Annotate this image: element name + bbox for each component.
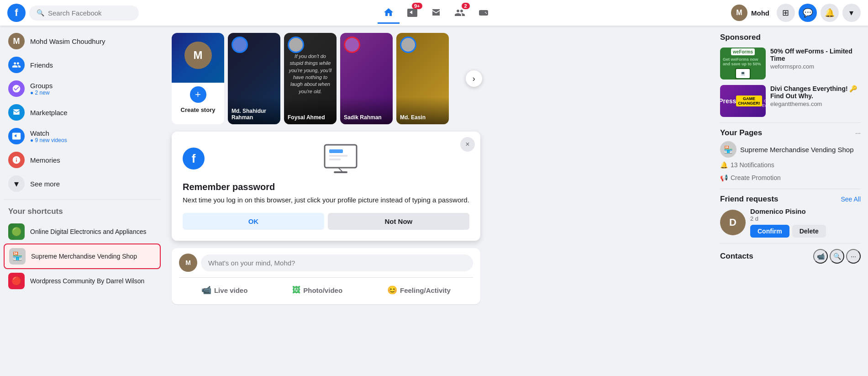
sidebar-memories-label: Memories: [30, 156, 60, 164]
create-promotion-action[interactable]: 📢 Create Promotion: [720, 172, 861, 183]
stories-next-button[interactable]: ›: [466, 70, 480, 87]
contacts-actions: 📹 🔍 ···: [813, 249, 861, 264]
your-pages-more-button[interactable]: ···: [855, 129, 861, 137]
create-story-card[interactable]: M + Create story: [172, 33, 224, 124]
ad-weforms-title: 50% Off weForms - Limited Time: [770, 48, 861, 62]
page-avatar: 🏪: [720, 141, 736, 158]
user-name: Mohd: [751, 9, 769, 17]
ad-divi-domain: elegantthemes.com: [770, 101, 861, 107]
contacts-search-button[interactable]: 🔍: [830, 249, 844, 264]
profile-avatar-icon: M: [8, 33, 25, 49]
ad-divi[interactable]: WordPress GAME CHANGER! Divi Changes Eve…: [720, 85, 861, 117]
topnav-center: 9+ 2: [378, 2, 494, 24]
nav-video-button[interactable]: 9+: [401, 2, 423, 24]
feeling-activity-button[interactable]: 😊 Feeling/Activity: [380, 281, 458, 299]
notifications-action[interactable]: 🔔 13 Notifications: [720, 159, 861, 170]
svg-rect-4: [329, 149, 343, 153]
friend-domenico-info: Domenico Pisino 2 d Confirm Delete: [750, 207, 861, 238]
story-easin[interactable]: Md. Easin: [396, 33, 449, 124]
shortcuts-title: Your shortcuts: [4, 203, 161, 220]
search-bar[interactable]: 🔍: [29, 5, 139, 21]
friend-requests-title: Friend requests See All: [720, 195, 861, 204]
sidebar-marketplace-label: Marketplace: [30, 109, 68, 117]
dialog-title: Remember password: [183, 182, 469, 192]
sidebar-item-marketplace[interactable]: Marketplace: [4, 101, 161, 124]
live-video-button[interactable]: 📹 Live video: [194, 281, 255, 299]
dialog-actions: OK Not Now: [183, 213, 469, 230]
sidebar-item-watch[interactable]: Watch ● 9 new videos: [4, 124, 161, 148]
user-profile-button[interactable]: M Mohd: [727, 3, 773, 23]
friend-action-btns: Confirm Delete: [750, 225, 861, 238]
stories-row: M + Create story Md. Shahidur Rahman: [172, 33, 480, 124]
page-name: Supreme Merchandise Vending Shop: [740, 146, 854, 154]
sidebar-item-groups[interactable]: Groups ● 2 new: [4, 77, 161, 101]
remember-password-dialog: × f Remember password Next time you log …: [172, 132, 480, 241]
delete-button[interactable]: Delete: [792, 225, 826, 238]
dialog-monitor-icon: [212, 143, 469, 175]
post-actions: 📹 Live video 🖼 Photo/video 😊 Feeling/Act…: [179, 277, 473, 299]
ad-weforms-info: 50% Off weForms - Limited Time weformspr…: [770, 48, 861, 79]
groups-icon: [8, 80, 25, 97]
see-all-button[interactable]: See All: [841, 196, 861, 203]
shortcut-online-digital[interactable]: 🟢 Online Digital Electronics and Applian…: [4, 220, 161, 244]
groups-sub: ● 2 new: [30, 90, 53, 96]
story-sadik[interactable]: Sadik Rahman: [340, 33, 393, 124]
facebook-logo[interactable]: f: [7, 4, 26, 22]
notifications-button[interactable]: 🔔: [821, 4, 839, 22]
search-input[interactable]: [48, 9, 132, 17]
photo-video-icon: 🖼: [292, 286, 300, 295]
confirm-button[interactable]: Confirm: [750, 225, 789, 238]
section-divider-3: [720, 243, 861, 244]
bell-icon: 🔔: [720, 161, 728, 169]
sidebar-item-friends[interactable]: Friends: [4, 53, 161, 77]
nav-groups-button[interactable]: 2: [449, 2, 471, 24]
close-icon: ×: [465, 140, 469, 148]
friend-name: Domenico Pisino: [750, 207, 861, 215]
shortcut-supreme[interactable]: 🏪 Supreme Merchandise Vending Shop: [4, 244, 161, 269]
not-now-button[interactable]: Not Now: [328, 213, 469, 230]
watch-info: Watch ● 9 new videos: [30, 129, 67, 143]
ad-weforms[interactable]: weForms Get weForms now and save up to 5…: [720, 48, 861, 79]
contacts-more-button[interactable]: ···: [846, 249, 861, 264]
contacts-video-button[interactable]: 📹: [813, 249, 828, 264]
dialog-header: f: [183, 143, 469, 175]
story-avatar-easin: [400, 37, 416, 53]
nav-gaming-button[interactable]: [473, 2, 494, 24]
sidebar-item-seemore[interactable]: ▾ See more: [4, 172, 161, 196]
shortcut-online-digital-label: Online Digital Electronics and Appliance…: [30, 228, 146, 235]
ad-divi-title: Divi Changes Everything! 🔑 Find Out Why.: [770, 85, 861, 100]
contacts-title: Contacts: [720, 252, 753, 261]
ad-weforms-domain: weformspro.com: [770, 63, 861, 70]
live-video-icon: 📹: [201, 285, 211, 295]
story-name-easin: Md. Easin: [400, 114, 445, 121]
shortcut-wordpress[interactable]: 🔴 Wordpress Community By Darrel Wilson: [4, 269, 161, 293]
profile-name: Mohd Wasim Choudhury: [30, 37, 105, 45]
grid-menu-button[interactable]: ⊞: [777, 4, 795, 22]
ok-button[interactable]: OK: [183, 213, 324, 230]
sidebar-item-memories[interactable]: Memories: [4, 148, 161, 172]
story-avatar-shahidur: [231, 37, 248, 53]
svg-rect-6: [329, 159, 341, 160]
sidebar-profile[interactable]: M Mohd Wasim Choudhury: [4, 29, 161, 53]
nav-home-button[interactable]: [378, 2, 400, 24]
story-shahidur[interactable]: Md. Shahidur Rahman: [228, 33, 280, 124]
messenger-button[interactable]: 💬: [799, 4, 817, 22]
dialog-close-button[interactable]: ×: [460, 137, 475, 152]
feeling-label: Feeling/Activity: [400, 286, 451, 294]
ad-divi-thumb: WordPress GAME CHANGER! Divi Changes Eve…: [720, 85, 766, 117]
story-foysal[interactable]: If you don't do stupid things while you'…: [284, 33, 337, 124]
sidebar-groups-label: Groups: [30, 82, 53, 90]
groups-info: Groups ● 2 new: [30, 82, 53, 96]
dropdown-button[interactable]: ▾: [842, 4, 861, 22]
contacts-header: Contacts 📹 🔍 ···: [720, 249, 861, 264]
friend-time: 2 d: [750, 215, 861, 222]
sponsored-title: Sponsored: [720, 33, 861, 42]
sidebar-divider: [4, 199, 161, 200]
nav-store-button[interactable]: [425, 2, 447, 24]
photo-video-label: Photo/video: [303, 286, 342, 294]
post-input[interactable]: [201, 254, 473, 271]
video-badge: 9+: [412, 3, 422, 9]
svg-rect-5: [329, 155, 347, 157]
photo-video-button[interactable]: 🖼 Photo/video: [285, 281, 350, 299]
shortcut-online-digital-avatar: 🟢: [8, 223, 25, 240]
